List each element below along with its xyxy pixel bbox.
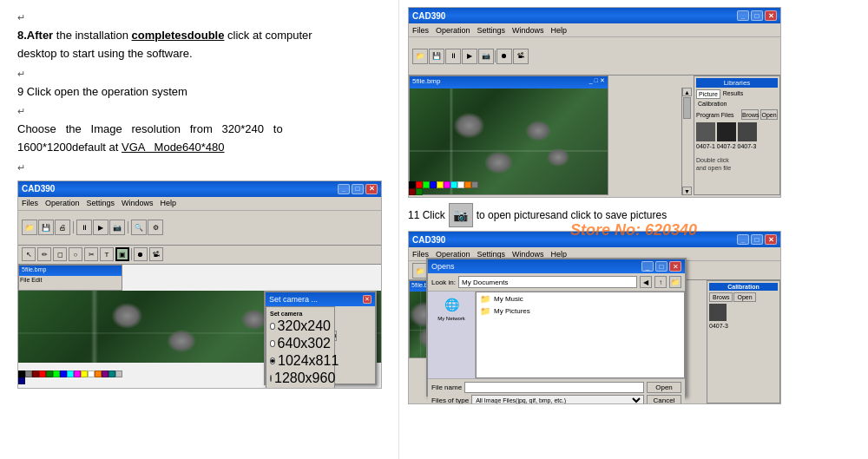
tr-menu-settings[interactable]: Settings [477,26,506,35]
lib-open-btn[interactable]: Open [760,109,778,120]
tool-4[interactable]: ○ [69,247,82,261]
swatch-cyan[interactable] [67,370,74,377]
filename-input[interactable] [464,382,644,393]
close-btn-br[interactable]: ✕ [765,234,777,245]
tb-btn-4[interactable]: ⏸ [76,220,92,235]
tr-inner-close[interactable]: ✕ [600,77,605,88]
nav-my-network[interactable]: 🌐 My Network [433,295,470,321]
tr-swatch-9[interactable] [464,181,471,188]
file-row-pictures[interactable]: 📁 My Pictures [477,305,684,317]
br-menu-files[interactable]: Files [412,250,429,259]
mini-menu-edit[interactable]: Edit [31,277,42,287]
swatch-darkred[interactable] [32,370,39,377]
tr-swatch-11[interactable] [409,188,416,195]
swatch-teal[interactable] [108,370,115,377]
swatch-silver[interactable] [115,370,122,377]
lookin-up[interactable]: ↑ [654,276,667,288]
tr-tb-3[interactable]: ⏸ [445,49,461,64]
br-browse-btn[interactable]: Brows [709,292,733,302]
scroll-thumb-tr[interactable] [683,97,691,119]
tb-btn-6[interactable]: 📷 [109,220,125,235]
tr-tb-6[interactable]: ⏺ [496,49,512,64]
tr-menu-files[interactable]: Files [412,26,429,35]
tr-tb-2[interactable]: 💾 [429,49,444,64]
scroll-up[interactable]: ▲ [682,88,692,96]
lib-tab-calibration[interactable]: Calibration [696,100,728,108]
swatch-lime[interactable] [53,370,60,377]
tr-swatch-3[interactable] [423,181,430,188]
dialog-close-btn[interactable]: ✕ [363,295,372,304]
maximize-btn[interactable]: □ [352,184,364,194]
lookin-back[interactable]: ◀ [640,276,652,288]
tool-1[interactable]: ↖ [22,247,36,261]
tb-btn-2[interactable]: 💾 [38,220,54,235]
filetype-select[interactable]: All Image Files(jpg, gif, bmp, etc.) [471,395,644,404]
tool-6[interactable]: T [100,247,114,261]
tb-btn-7[interactable]: 🔍 [131,220,147,235]
menu-settings[interactable]: Settings [87,199,115,207]
mini-menu-file[interactable]: File [20,277,30,287]
menu-windows[interactable]: Windows [122,199,154,207]
br-menu-help[interactable]: Help [551,250,568,259]
tr-swatch-4[interactable] [430,181,437,188]
swatch-blue[interactable] [60,370,67,377]
swatch-red[interactable] [39,370,46,377]
lib-tab-picture[interactable]: Picture [696,89,720,99]
maximize-btn-tr[interactable]: □ [751,10,763,21]
open-max[interactable]: □ [655,261,667,272]
br-menu-operation[interactable]: Operation [436,250,470,259]
br-menu-settings[interactable]: Settings [477,250,506,259]
lookin-input[interactable]: My Documents [458,276,637,288]
cancel-file-btn[interactable]: Cancel [647,395,681,404]
tb-btn-8[interactable]: ⚙ [148,220,163,235]
tr-swatch-5[interactable] [437,181,444,188]
tr-swatch-6[interactable] [444,181,450,188]
tr-swatch-12[interactable] [416,188,423,195]
open-close[interactable]: ✕ [669,261,681,272]
radio-circle-2[interactable] [270,340,275,347]
tb-btn-5[interactable]: ▶ [93,220,108,235]
tr-menu-windows[interactable]: Windows [512,26,544,35]
tr-tb-7[interactable]: 📽 [513,49,529,64]
tool-7[interactable]: ⏺ [134,247,148,261]
file-row-music[interactable]: 📁 My Music [477,292,684,305]
close-btn[interactable]: ✕ [365,184,378,194]
scroll-down[interactable]: ▼ [682,187,692,195]
open-min[interactable]: _ [641,261,654,272]
minimize-btn[interactable]: _ [338,184,350,194]
tr-swatch-2[interactable] [416,181,423,188]
radio-circle-3[interactable] [270,357,275,364]
min-btn-br[interactable]: _ [737,234,749,245]
swatch-orange[interactable] [95,370,102,377]
close-btn-tr[interactable]: ✕ [765,10,777,21]
tool-active[interactable]: ▣ [115,247,129,261]
tr-menu-help[interactable]: Help [551,26,568,35]
swatch-purple[interactable] [102,370,108,377]
radio-circle-4[interactable] [270,375,272,382]
tool-8[interactable]: 📽 [149,247,163,261]
tr-tb-5[interactable]: 📷 [478,49,494,64]
swatch-gray[interactable] [25,370,32,377]
swatch-white[interactable] [88,370,95,377]
tool-3[interactable]: ◻ [53,247,67,261]
tr-menu-operation[interactable]: Operation [436,26,470,35]
tr-swatch-10[interactable] [471,181,478,188]
menu-help[interactable]: Help [161,199,177,207]
max-btn-br[interactable]: □ [751,234,763,245]
tool-2[interactable]: ✏ [37,247,51,261]
tb-btn-3[interactable]: 🖨 [55,220,70,235]
minimize-btn-tr[interactable]: _ [737,10,749,21]
lookin-new[interactable]: 📁 [669,276,681,288]
br-menu-windows[interactable]: Windows [512,250,544,259]
tool-5[interactable]: ✂ [84,247,98,261]
tb-btn-1[interactable]: 📁 [22,220,37,235]
lib-browse-btn[interactable]: Brows [741,109,759,120]
tr-swatch-8[interactable] [457,181,464,188]
open-file-btn[interactable]: Open [647,382,681,393]
swatch-black[interactable] [18,370,25,377]
menu-files[interactable]: Files [22,199,38,207]
tr-inner-max[interactable]: □ [595,77,598,88]
swatch-navy[interactable] [18,377,25,384]
br-open-btn[interactable]: Open [733,292,755,302]
swatch-magenta[interactable] [74,370,81,377]
